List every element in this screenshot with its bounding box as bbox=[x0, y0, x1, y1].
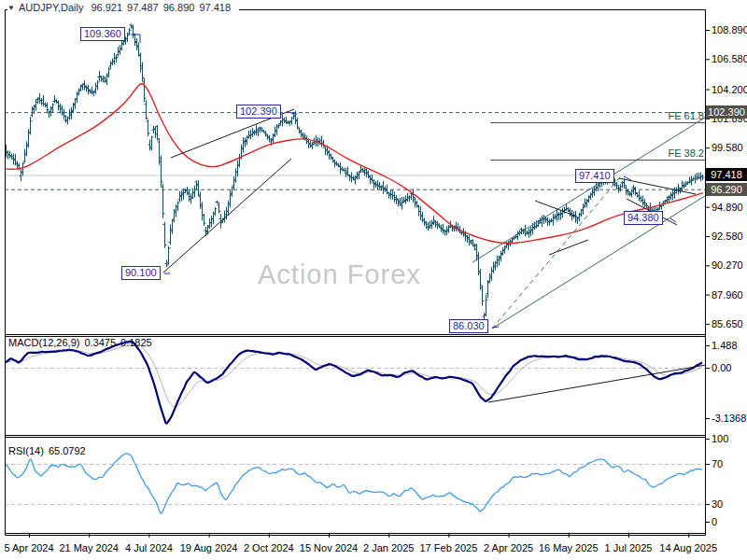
macd-panel[interactable] bbox=[5, 337, 705, 435]
price-panel[interactable] bbox=[5, 9, 705, 334]
time-axis-scale[interactable] bbox=[5, 538, 705, 556]
chart-window: Action Forex ▼AUDJPY,Daily96.92197.48796… bbox=[0, 0, 747, 560]
price-axis-scale[interactable] bbox=[706, 9, 747, 534]
rsi-panel[interactable] bbox=[5, 438, 705, 533]
